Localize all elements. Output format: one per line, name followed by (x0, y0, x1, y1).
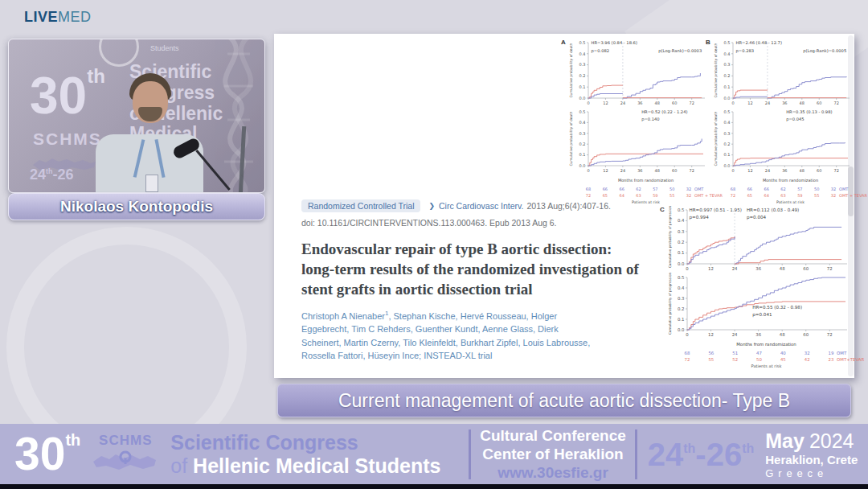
svg-text:p=0.082: p=0.082 (592, 48, 610, 54)
svg-text:66: 66 (603, 187, 608, 191)
km-panel-A: A0.00.10.20.30.40.50122436486072Cumulati… (567, 39, 708, 206)
svg-text:72: 72 (834, 101, 839, 105)
svg-text:p=0.041: p=0.041 (752, 312, 772, 318)
svg-text:24: 24 (732, 266, 738, 271)
svg-text:Cumulative probability of deat: Cumulative probability of death (714, 111, 718, 166)
svg-text:12: 12 (708, 332, 714, 337)
svg-text:0.3: 0.3 (724, 131, 731, 136)
chevron-right-icon: ❯ (428, 202, 435, 210)
svg-text:40: 40 (780, 351, 786, 355)
svg-text:32: 32 (805, 351, 810, 355)
publication-type-badge[interactable]: Randomized Controlled Trial (301, 199, 420, 212)
svg-text:0.3: 0.3 (724, 62, 731, 67)
svg-text:Patients at risk: Patients at risk (751, 364, 782, 368)
svg-text:Patients at risk: Patients at risk (776, 200, 805, 204)
svg-text:60: 60 (672, 101, 677, 105)
svg-text:66: 66 (747, 187, 752, 191)
panel-letter: C (660, 206, 665, 213)
svg-text:0.3: 0.3 (579, 131, 586, 136)
svg-text:68: 68 (685, 351, 690, 355)
svg-text:55: 55 (708, 357, 714, 362)
svg-text:p=0.994: p=0.994 (689, 215, 709, 220)
svg-text:p(Log-Rank)=0.0005: p(Log-Rank)=0.0005 (803, 48, 846, 54)
svg-text:0.1: 0.1 (579, 152, 586, 157)
svg-text:57: 57 (797, 187, 802, 191)
svg-text:0.5: 0.5 (579, 109, 586, 114)
brand-med: MED (58, 9, 92, 25)
svg-text:24: 24 (620, 168, 625, 173)
svg-text:Cumulative probability of deat: Cumulative probability of death (569, 43, 573, 97)
svg-text:36: 36 (782, 101, 787, 105)
svg-text:OMT: OMT (694, 187, 704, 191)
svg-text:Cumulative probability of deat: Cumulative probability of death (714, 43, 718, 97)
km-subplot: 0.00.10.20.30.40.50122436486072Cumulativ… (711, 108, 853, 185)
km-subplot: 0.00.10.20.30.40.50122436486072Cumulativ… (711, 39, 853, 108)
svg-text:66: 66 (619, 187, 624, 191)
svg-text:36: 36 (755, 332, 761, 337)
svg-text:p=0.004: p=0.004 (747, 215, 767, 220)
svg-text:0.1: 0.1 (678, 317, 685, 322)
svg-text:55: 55 (814, 193, 819, 198)
svg-text:0.3: 0.3 (678, 296, 685, 301)
svg-text:0.3: 0.3 (678, 229, 685, 234)
svg-text:12: 12 (747, 101, 752, 105)
article-authors: Christoph A Nienaber1, Stephan Kische, H… (301, 309, 592, 363)
svg-text:19: 19 (829, 351, 834, 355)
km-subplot: 0.00.10.20.30.40.50122436486072Cumulativ… (567, 108, 708, 185)
svg-text:p=0.140: p=0.140 (641, 117, 660, 122)
svg-text:59: 59 (653, 193, 657, 198)
svg-text:0.2: 0.2 (678, 240, 685, 244)
svg-text:32: 32 (831, 187, 836, 191)
svg-text:Months from randomization: Months from randomization (763, 178, 818, 183)
svg-text:12: 12 (747, 168, 752, 173)
footer-place: May2024 Heraklion, Crete Greece (765, 429, 858, 480)
svg-text:0.0: 0.0 (678, 327, 685, 332)
svg-text:HR=2.46 (0.48 - 12.7): HR=2.46 (0.48 - 12.7) (736, 40, 782, 45)
svg-text:66: 66 (764, 187, 768, 191)
svg-text:60: 60 (672, 168, 677, 173)
svg-text:0: 0 (731, 168, 734, 173)
svg-text:OMT: OMT (839, 187, 849, 191)
svg-text:0: 0 (686, 266, 689, 271)
backdrop-students-text: Students (150, 44, 179, 52)
journal-link[interactable]: Circ Cardiovasc Interv. (439, 201, 523, 211)
footer-30th: 30th (14, 431, 80, 477)
svg-text:60: 60 (817, 101, 821, 105)
svg-text:52: 52 (732, 357, 738, 362)
svg-text:Months from randomization: Months from randomization (618, 178, 674, 183)
svg-text:12: 12 (708, 266, 714, 271)
patients-at-risk-table: 68666662575032OMT72656463595532OMT + TEV… (711, 185, 853, 206)
svg-text:62: 62 (636, 187, 641, 191)
panel-letter: A (561, 39, 566, 46)
svg-text:64: 64 (619, 193, 624, 198)
svg-text:0.0: 0.0 (579, 96, 586, 101)
footer-schms-logo: SCHMS (88, 433, 162, 476)
svg-text:0.0: 0.0 (579, 163, 586, 168)
svg-text:0: 0 (731, 101, 734, 105)
svg-text:55: 55 (669, 193, 674, 198)
footer-schms-text: SCHMS (88, 433, 162, 449)
svg-text:0.0: 0.0 (678, 261, 685, 266)
svg-text:24: 24 (765, 168, 770, 173)
footer-website: www.30esfie.gr (471, 463, 635, 482)
svg-text:72: 72 (685, 357, 690, 362)
svg-text:48: 48 (780, 266, 785, 271)
patients-at-risk-table: 68565147403219OMT72555250454223OMT+TEVAR… (665, 349, 852, 370)
km-panel-C: C0.00.10.20.30.40.50122436486072Cumulati… (665, 206, 852, 370)
speaker-name-plate: Nikolaos Kontopodis (8, 193, 265, 220)
svg-text:24: 24 (620, 101, 625, 105)
svg-text:68: 68 (731, 187, 735, 191)
km-subplot: 0.00.10.20.30.40.50122436486072Cumulativ… (567, 39, 708, 108)
svg-text:42: 42 (805, 357, 810, 362)
panel-letter: B (706, 39, 710, 46)
svg-text:36: 36 (755, 266, 761, 271)
svg-text:51: 51 (732, 351, 738, 355)
svg-text:0.5: 0.5 (678, 275, 685, 280)
patients-at-risk-table: 68666662575032OMT72656463595532OMT + TEV… (567, 185, 708, 206)
svg-text:0.5: 0.5 (678, 208, 685, 212)
svg-text:HR=0.52 (0.22 - 1.24): HR=0.52 (0.22 - 1.24) (641, 109, 687, 114)
svg-text:0.1: 0.1 (724, 152, 731, 157)
svg-text:63: 63 (636, 193, 641, 198)
svg-text:Months from randomization: Months from randomization (736, 342, 796, 347)
svg-text:72: 72 (690, 101, 694, 105)
